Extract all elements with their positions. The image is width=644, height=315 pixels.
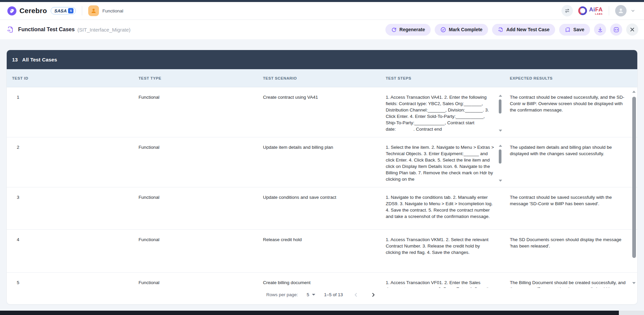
- next-page-button[interactable]: [369, 290, 378, 299]
- swap-button[interactable]: [561, 5, 573, 16]
- scrollbar-thumb[interactable]: [499, 99, 501, 114]
- scroll-down-icon[interactable]: [632, 282, 636, 284]
- save-label: Save: [573, 27, 584, 32]
- toolbar: Functional Test Cases (SIT_Interface_Mig…: [0, 20, 644, 39]
- scroll-up-icon[interactable]: [632, 91, 636, 93]
- download-button[interactable]: [594, 24, 606, 36]
- sasa-badge-label: SASA: [54, 8, 67, 13]
- cell-expected-results: The contract should be saved successfull…: [510, 194, 628, 207]
- horizontal-scrollbar[interactable]: [0, 311, 644, 315]
- user-avatar[interactable]: [615, 5, 627, 16]
- cell-test-type: Functional: [128, 230, 253, 272]
- scroll-down-icon[interactable]: [499, 130, 502, 132]
- pagination: Rows per page: 5 1–5 of 13: [7, 288, 637, 302]
- steps-scrollbar[interactable]: [498, 145, 502, 182]
- horizontal-scrollbar-thumb[interactable]: [0, 311, 619, 315]
- cell-expected-results: The updated item details and billing pla…: [510, 144, 628, 157]
- rows-per-page-select[interactable]: 5: [307, 292, 315, 297]
- add-new-test-case-label: Add New Test Case: [506, 27, 549, 32]
- workspace-label: Functional: [102, 8, 123, 13]
- column-header-test-type: Test Type: [128, 76, 253, 80]
- column-header-expected-results: Expected Results: [500, 76, 637, 80]
- cell-test-steps: 1. Navigate to the conditions tab. 2. Ma…: [386, 194, 504, 220]
- aifa-labs-logo: AiFA LABS: [578, 6, 603, 15]
- table-header-row: Test ID Test Type Test Scenario Test Ste…: [7, 69, 637, 87]
- scrollbar-thumb[interactable]: [632, 97, 636, 258]
- regenerate-button[interactable]: Regenerate: [385, 24, 431, 36]
- cerebro-logo-icon: [7, 6, 16, 15]
- select-caret-icon: [312, 294, 315, 296]
- cell-test-scenario: Release credit hold: [253, 230, 376, 272]
- rows-per-page-value: 5: [307, 292, 309, 297]
- cell-test-steps: 1. Access Transaction VKM1. 2. Select th…: [386, 236, 504, 256]
- workspace-avatar-icon: [88, 5, 99, 16]
- cell-test-scenario: Update conditions and save contract: [253, 187, 376, 229]
- page-subtitle: (SIT_Interface_Migrate): [77, 27, 130, 33]
- code-icon: [613, 27, 620, 33]
- test-steps-text: 1. Access Transaction VA41. 2. Enter the…: [386, 94, 495, 132]
- cell-expected-results: The contract should be created successfu…: [510, 94, 628, 113]
- add-new-test-case-button[interactable]: Add New Test Case: [492, 24, 555, 36]
- cell-test-id: 2: [7, 137, 128, 187]
- app-header: Cerebro SASA S Functional AiFA LABS: [0, 2, 644, 20]
- cell-test-steps: 1. Access Transaction VF01. 2. Enter the…: [386, 279, 504, 288]
- cell-test-type: Functional: [128, 187, 253, 229]
- cell-expected-results: The SD Documents screen should display t…: [510, 236, 628, 249]
- check-circle-icon: [440, 27, 446, 33]
- sasa-badge: SASA S: [51, 7, 76, 14]
- test-case-count: 13: [12, 57, 18, 62]
- table-row: 3 Functional Update conditions and save …: [7, 187, 637, 230]
- cell-test-id: 1: [7, 87, 128, 137]
- cell-test-steps: 1. Access Transaction VA41. 2. Enter the…: [386, 94, 504, 132]
- header-divider: [609, 6, 609, 15]
- table-row: 1 Functional Create contract using VA41 …: [7, 87, 637, 137]
- add-test-case-icon: [498, 27, 503, 33]
- close-icon: [630, 27, 635, 32]
- table-body-scrollbar[interactable]: [632, 87, 636, 288]
- cell-test-scenario: Update item details and billing plan: [253, 137, 376, 187]
- cell-test-id: 5: [7, 273, 128, 288]
- scrollbar-thumb[interactable]: [499, 149, 501, 164]
- column-header-test-scenario: Test Scenario: [253, 76, 376, 80]
- cell-test-type: Functional: [128, 273, 253, 288]
- card-title: All Test Cases: [22, 57, 57, 62]
- test-case-file-icon: [7, 26, 14, 33]
- test-steps-text: 1. Access Transaction VKM1. 2. Select th…: [386, 236, 495, 256]
- cell-test-scenario: Create contract using VA41: [253, 87, 376, 137]
- regenerate-label: Regenerate: [399, 27, 425, 32]
- close-button[interactable]: [626, 24, 638, 36]
- scroll-up-icon[interactable]: [499, 145, 502, 147]
- column-header-test-id: Test ID: [7, 76, 128, 80]
- cell-expected-results: The Billing Document should be created s…: [510, 279, 628, 288]
- pagination-range: 1–5 of 13: [324, 292, 343, 297]
- cell-test-type: Functional: [128, 137, 253, 187]
- table-row: 4 Functional Release credit hold 1. Acce…: [7, 230, 637, 273]
- table-body: 1 Functional Create contract using VA41 …: [7, 87, 637, 288]
- table-row: 2 Functional Update item details and bil…: [7, 137, 637, 187]
- test-steps-text: 1. Navigate to the conditions tab. 2. Ma…: [386, 194, 495, 220]
- column-header-test-steps: Test Steps: [376, 76, 500, 80]
- code-view-button[interactable]: [610, 24, 622, 36]
- save-bookmark-icon: [565, 27, 571, 33]
- test-steps-text: 1. Select the line item. 2. Navigate to …: [386, 144, 495, 182]
- scroll-up-icon[interactable]: [499, 95, 502, 97]
- download-icon: [597, 27, 603, 33]
- cell-test-type: Functional: [128, 87, 253, 137]
- save-button[interactable]: Save: [559, 24, 590, 36]
- rows-per-page-label: Rows per page:: [266, 292, 298, 297]
- card-titlebar: 13 All Test Cases: [7, 50, 637, 69]
- previous-page-button[interactable]: [352, 290, 360, 299]
- test-cases-card: 13 All Test Cases Test ID Test Type Test…: [7, 50, 637, 304]
- sasa-badge-icon: S: [68, 8, 73, 13]
- user-menu-chevron-icon[interactable]: [631, 8, 635, 13]
- page-title: Functional Test Cases: [18, 27, 75, 33]
- header-divider: [82, 6, 82, 15]
- cell-test-scenario: Create billing document: [253, 273, 376, 288]
- test-steps-text: 1. Access Transaction VF01. 2. Enter the…: [386, 279, 495, 288]
- refresh-icon: [391, 27, 397, 33]
- table-row: 5 Functional Create billing document 1. …: [7, 273, 637, 288]
- scroll-down-icon[interactable]: [499, 180, 502, 182]
- steps-scrollbar[interactable]: [498, 95, 502, 132]
- mark-complete-button[interactable]: Mark Complete: [435, 24, 488, 36]
- cell-test-id: 3: [7, 187, 128, 229]
